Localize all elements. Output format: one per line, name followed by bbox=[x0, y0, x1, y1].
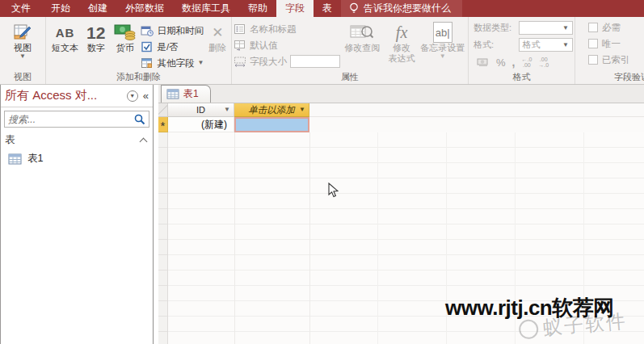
modify-lookups-button[interactable]: 修改查阅 bbox=[340, 19, 385, 71]
field-size-label: 字段大小 bbox=[250, 56, 287, 68]
more-fields-icon bbox=[141, 57, 154, 69]
field-validation-group-label: 字段验证 bbox=[575, 71, 644, 83]
data-type-dropdown[interactable]: ▼ bbox=[519, 21, 573, 35]
document-tab-strip: 表1 bbox=[158, 85, 644, 103]
ribbon: 视图 ▼ 视图 AB 短文本 12 数字 bbox=[0, 17, 644, 85]
tab-fields-active[interactable]: 字段 bbox=[276, 0, 314, 17]
percent-icon[interactable]: % bbox=[496, 57, 506, 69]
short-text-label: 短文本 bbox=[52, 43, 78, 53]
new-record-id-cell[interactable]: (新建) bbox=[168, 117, 234, 132]
formatting-group-label: 格式 bbox=[469, 71, 575, 83]
chevron-down-icon: ▼ bbox=[562, 42, 569, 48]
column-header-add-label: 单击以添加 bbox=[248, 104, 295, 116]
date-time-button[interactable]: 日期和时间 bbox=[141, 23, 204, 39]
tab-file[interactable]: 文件 bbox=[0, 0, 42, 17]
mouse-cursor bbox=[328, 182, 339, 198]
format-dropdown[interactable]: 格式 ▼ bbox=[519, 38, 573, 52]
modify-expression-label-2: 表达式 bbox=[389, 53, 415, 64]
nav-section-tables-label: 表 bbox=[5, 133, 15, 147]
select-all-corner[interactable] bbox=[158, 103, 168, 117]
search-icon[interactable] bbox=[133, 113, 146, 126]
document-tab-label: 表1 bbox=[183, 87, 199, 101]
new-record-selector[interactable]: * bbox=[158, 117, 168, 132]
memo-settings-button[interactable]: ab| 备忘录设置 ▼ bbox=[419, 19, 467, 71]
indexed-label: 已索引 bbox=[602, 54, 630, 66]
indexed-checkbox[interactable] bbox=[588, 55, 598, 65]
chevron-down-icon[interactable]: ▼ bbox=[299, 107, 305, 113]
name-caption-button[interactable]: 名称和标题 bbox=[234, 21, 340, 37]
tab-table[interactable]: 表 bbox=[314, 0, 341, 17]
nav-item-table1-label: 表1 bbox=[27, 152, 43, 166]
modify-expression-button[interactable]: fx 修改 表达式 bbox=[385, 19, 419, 71]
nav-item-table1[interactable]: 表1 bbox=[1, 149, 153, 168]
unique-checkbox-row[interactable]: 唯一 bbox=[588, 36, 644, 52]
nav-pane-header[interactable]: 所有 Access 对... ▼ « bbox=[1, 85, 153, 107]
yes-no-button[interactable]: 是/否 bbox=[141, 39, 204, 55]
navigation-pane: 所有 Access 对... ▼ « 表 表1 bbox=[0, 85, 154, 344]
views-group-label: 视图 bbox=[0, 71, 45, 83]
format-dropdown-value: 格式 bbox=[523, 39, 541, 51]
nav-pane-title: 所有 Access 对... bbox=[5, 88, 127, 103]
tab-external-data[interactable]: 外部数据 bbox=[116, 0, 173, 17]
column-header-id[interactable]: ID ▼ bbox=[168, 103, 234, 117]
modify-lookups-icon bbox=[350, 22, 374, 43]
tab-create[interactable]: 创建 bbox=[79, 0, 116, 17]
selected-cell[interactable] bbox=[234, 117, 309, 132]
column-header-id-label: ID bbox=[196, 105, 205, 115]
tell-me-box[interactable]: 告诉我你想要做什么 bbox=[341, 0, 462, 17]
field-size-input[interactable] bbox=[290, 55, 340, 68]
currency-icon bbox=[114, 22, 137, 43]
unique-checkbox[interactable] bbox=[588, 39, 598, 48]
properties-group-label: 属性 bbox=[232, 71, 468, 83]
number-button[interactable]: 12 数字 bbox=[82, 19, 109, 71]
more-fields-button[interactable]: 其他字段 ▼ bbox=[141, 55, 204, 71]
table-icon bbox=[166, 89, 179, 99]
fx-icon: fx bbox=[396, 22, 407, 43]
currency-button[interactable]: 货币 bbox=[109, 19, 141, 71]
indexed-checkbox-row[interactable]: 已索引 bbox=[588, 52, 644, 68]
new-record-id-value: (新建) bbox=[201, 118, 227, 132]
currency-label: 货币 bbox=[116, 43, 134, 53]
memo-settings-icon: ab| bbox=[433, 22, 452, 43]
ribbon-group-field-validation: 必需 唯一 已索引 字段验证 bbox=[575, 17, 644, 84]
delete-button[interactable]: ✕ 删除 bbox=[206, 19, 229, 71]
tab-home[interactable]: 开始 bbox=[42, 0, 79, 17]
name-caption-icon bbox=[234, 23, 246, 35]
datasheet-header-row: ID ▼ 单击以添加 ▼ bbox=[158, 103, 644, 117]
chevron-down-icon[interactable]: ▼ bbox=[224, 107, 230, 113]
required-checkbox-row[interactable]: 必需 bbox=[588, 19, 644, 36]
chevron-down-icon: ▼ bbox=[19, 53, 26, 60]
decrease-decimals-icon[interactable]: .00 →.0 bbox=[538, 57, 549, 68]
shutter-bar-close-icon[interactable]: « bbox=[143, 90, 149, 102]
document-tab-table1[interactable]: 表1 bbox=[161, 85, 211, 103]
default-value-button[interactable]: 默认值 bbox=[234, 37, 340, 53]
column-header-click-to-add[interactable]: 单击以添加 ▼ bbox=[234, 103, 309, 117]
field-size-button[interactable]: 字段大小 bbox=[234, 53, 340, 69]
tab-help[interactable]: 帮助 bbox=[239, 0, 276, 17]
increase-decimals-icon[interactable]: ←.0 .00 bbox=[521, 57, 532, 68]
view-button[interactable]: 视图 ▼ bbox=[2, 19, 44, 71]
tell-me-label: 告诉我你想要做什么 bbox=[364, 2, 451, 15]
design-view-icon bbox=[13, 22, 32, 43]
number-icon: 12 bbox=[86, 22, 105, 43]
calendar-clock-icon bbox=[141, 25, 154, 36]
apply-currency-icon[interactable] bbox=[477, 57, 490, 67]
default-value-label: 默认值 bbox=[250, 40, 278, 52]
table-icon bbox=[8, 153, 22, 165]
comma-icon[interactable]: , bbox=[512, 56, 516, 69]
chevron-down-icon: ▼ bbox=[197, 60, 204, 66]
nav-menu-icon[interactable]: ▼ bbox=[127, 90, 138, 102]
default-value-icon bbox=[234, 40, 246, 51]
checkbox-icon bbox=[141, 41, 154, 52]
short-text-button[interactable]: AB 短文本 bbox=[48, 19, 82, 71]
required-checkbox[interactable] bbox=[588, 23, 598, 32]
lightbulb-icon bbox=[349, 2, 359, 15]
ribbon-group-formatting: 数据类型: ▼ 格式: 格式 ▼ % , ←.0 .00 .00 →.0 格式 bbox=[469, 17, 575, 84]
more-fields-label: 其他字段 bbox=[157, 57, 194, 69]
search-input[interactable] bbox=[5, 114, 133, 125]
tab-database-tools[interactable]: 数据库工具 bbox=[173, 0, 239, 17]
modify-expression-label-1: 修改 bbox=[393, 43, 410, 53]
number-label: 数字 bbox=[87, 43, 105, 53]
nav-section-tables[interactable]: 表 bbox=[1, 129, 153, 149]
header-filler bbox=[309, 103, 644, 117]
